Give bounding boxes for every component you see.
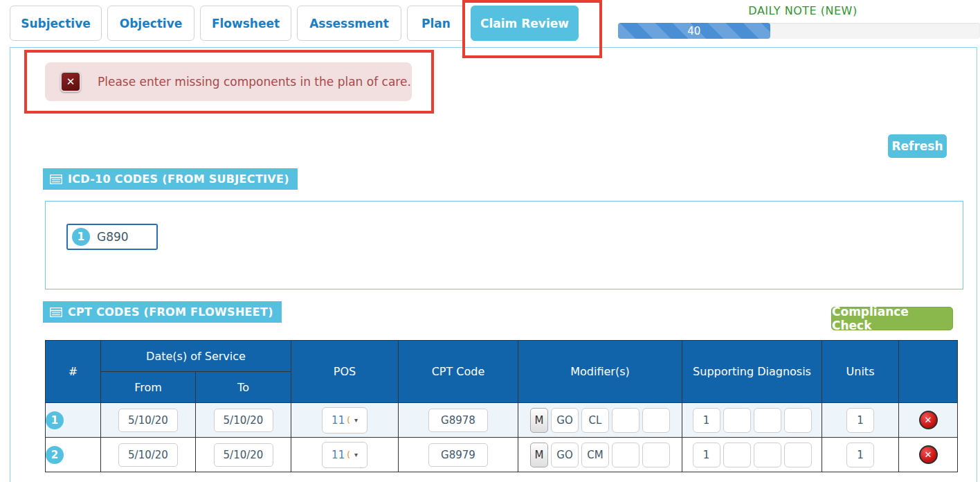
modifier-input-3[interactable] xyxy=(612,408,639,433)
table-row: 1 11 ( ▾ M xyxy=(46,403,958,438)
modifier-input-1[interactable] xyxy=(551,408,579,433)
tab-objective[interactable]: Objective xyxy=(107,6,194,41)
claim-review-page: Subjective Objective Flowsheet Assessmen… xyxy=(0,0,980,482)
icd10-section-title: ICD-10 CODES (FROM SUBJECTIVE) xyxy=(68,172,289,186)
tab-plan[interactable]: Plan xyxy=(407,6,465,41)
from-date-input[interactable] xyxy=(118,409,178,432)
col-header-dates-of-service: Date(s) of Service xyxy=(101,341,291,372)
row-number-badge: 2 xyxy=(46,446,64,464)
icd10-code-index-badge: 1 xyxy=(72,228,90,246)
delete-row-icon[interactable]: ✕ xyxy=(919,411,938,429)
chevron-down-icon: ▾ xyxy=(354,416,358,424)
pos-truncated-text: ( xyxy=(347,450,350,460)
daily-note-title: DAILY NOTE (NEW) xyxy=(720,4,886,17)
pos-select[interactable]: 11 ( ▾ xyxy=(322,442,368,468)
cpt-code-input[interactable] xyxy=(428,409,488,432)
tab-flowsheet[interactable]: Flowsheet xyxy=(200,6,291,41)
col-header-units: Units xyxy=(822,341,899,403)
diagnosis-input-3[interactable] xyxy=(754,408,781,433)
icd10-code-value: G890 xyxy=(97,230,129,244)
diagnosis-input-1[interactable] xyxy=(693,443,720,467)
chevron-down-icon: ▾ xyxy=(354,451,358,458)
delete-row-icon[interactable]: ✕ xyxy=(919,445,938,464)
progress-value: 40 xyxy=(687,25,700,37)
col-header-num: # xyxy=(46,341,101,403)
diagnosis-input-4[interactable] xyxy=(784,408,812,433)
col-header-actions xyxy=(899,341,958,403)
col-header-supporting-diagnosis: Supporting Diagnosis xyxy=(682,341,822,403)
modifier-input-3[interactable] xyxy=(612,443,639,467)
col-header-modifiers: Modifier(s) xyxy=(518,341,682,403)
error-alert: ✕ Please enter missing components in the… xyxy=(45,62,412,101)
table-row: 2 11 ( ▾ M xyxy=(46,438,958,472)
tab-subjective[interactable]: Subjective xyxy=(10,6,102,41)
diagnosis-input-3[interactable] xyxy=(754,443,781,467)
table-icon xyxy=(50,307,62,317)
refresh-button[interactable]: Refresh xyxy=(888,134,947,158)
col-header-to: To xyxy=(196,372,291,403)
icd10-code-chip[interactable]: 1 G890 xyxy=(66,224,158,250)
cpt-code-input[interactable] xyxy=(428,443,488,467)
diagnosis-input-2[interactable] xyxy=(723,408,751,433)
error-alert-message: Please enter missing components in the p… xyxy=(98,75,411,89)
pos-value: 11 xyxy=(332,449,345,461)
modifier-input-1[interactable] xyxy=(551,443,579,467)
to-date-input[interactable] xyxy=(214,409,273,432)
progress-bar-track: 40 xyxy=(618,23,980,39)
tab-bar: Subjective Objective Flowsheet Assessmen… xyxy=(10,6,579,41)
modifier-input-4[interactable] xyxy=(642,443,670,467)
icd10-section-header: ICD-10 CODES (FROM SUBJECTIVE) xyxy=(43,168,298,190)
tab-claim-review[interactable]: Claim Review xyxy=(471,6,579,41)
modifier-input-4[interactable] xyxy=(642,408,670,433)
error-x-icon: ✕ xyxy=(60,71,81,92)
col-header-from: From xyxy=(101,372,196,403)
cpt-codes-table: # Date(s) of Service POS CPT Code Modifi… xyxy=(45,340,958,472)
row-number-badge: 1 xyxy=(46,411,64,429)
modifier-input-2[interactable] xyxy=(581,443,609,467)
pos-truncated-text: ( xyxy=(347,416,350,425)
cpt-section-header: CPT CODES (FROM FLOWSHEET) xyxy=(43,301,282,323)
pos-select[interactable]: 11 ( ▾ xyxy=(322,407,368,434)
tab-assessment[interactable]: Assessment xyxy=(297,6,401,41)
units-input[interactable] xyxy=(846,408,874,433)
cpt-section-title: CPT CODES (FROM FLOWSHEET) xyxy=(68,305,273,319)
modifier-input-2[interactable] xyxy=(581,408,609,433)
modifier-lookup-button[interactable]: M xyxy=(530,443,548,467)
modifier-lookup-button[interactable]: M xyxy=(530,408,548,433)
table-icon xyxy=(50,175,62,184)
icd10-codes-container: 1 G890 xyxy=(45,201,963,289)
units-input[interactable] xyxy=(846,443,874,467)
compliance-check-button[interactable]: Compliance Check xyxy=(831,307,953,330)
pos-value: 11 xyxy=(332,414,345,427)
progress-bar-fill: 40 xyxy=(618,23,770,39)
to-date-input[interactable] xyxy=(214,443,273,467)
diagnosis-input-1[interactable] xyxy=(693,408,720,433)
diagnosis-input-4[interactable] xyxy=(784,443,812,467)
col-header-pos: POS xyxy=(291,341,399,403)
from-date-input[interactable] xyxy=(118,443,178,467)
diagnosis-input-2[interactable] xyxy=(723,443,751,467)
col-header-cpt-code: CPT Code xyxy=(399,341,518,403)
